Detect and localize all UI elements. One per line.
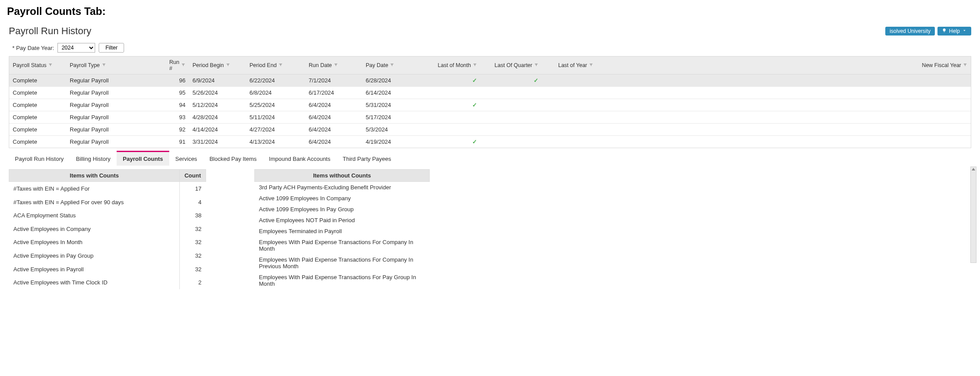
list-item[interactable]: #Taxes with EIN = Applied For17 [9, 182, 206, 195]
table-row[interactable]: CompleteRegular Payroll966/9/20246/22/20… [9, 74, 971, 87]
cell: 5/26/2024 [189, 87, 246, 99]
filter-icon[interactable] [589, 62, 593, 68]
pay-date-year-select[interactable]: 2024 [57, 43, 95, 53]
check-icon: ✓ [472, 102, 477, 108]
tab-services[interactable]: Services [169, 151, 203, 166]
list-item[interactable]: Active 1099 Employees In Company [255, 193, 430, 204]
list-item[interactable]: Active Employees in Payroll32 [9, 262, 206, 276]
list-item[interactable]: Active Employees in Company32 [9, 222, 206, 236]
list-item[interactable]: Active Employees NOT Paid in Period [255, 215, 430, 226]
filter-icon[interactable] [334, 62, 338, 68]
tab-third-party-payees[interactable]: Third Party Payees [336, 151, 397, 166]
counts-header-item: Items with Counts [9, 170, 180, 182]
list-item[interactable]: Employees With Paid Expense Transactions… [255, 254, 430, 272]
col-header-pay-date[interactable]: Pay Date [362, 57, 415, 74]
cell [597, 99, 971, 111]
count-item-label: Active Employees with Time Clock ID [9, 276, 180, 289]
cell: 3/31/2024 [189, 136, 246, 148]
col-header-status[interactable]: Payroll Status [9, 57, 66, 74]
isolved-university-button[interactable]: isolved University [885, 27, 935, 35]
cell: ✓ [481, 74, 542, 86]
col-header-ly-label: Last of Year [558, 62, 587, 68]
tab-billing-history[interactable]: Billing History [70, 151, 117, 166]
tab-payroll-counts[interactable]: Payroll Counts [117, 151, 169, 166]
cell: 93 [167, 111, 189, 123]
cell: 7/1/2024 [305, 74, 362, 86]
filter-icon[interactable] [963, 62, 967, 68]
list-item[interactable]: Active Employees In Month32 [9, 236, 206, 249]
tab-blocked-pay-items[interactable]: Blocked Pay Items [203, 151, 263, 166]
cell: Complete [9, 124, 66, 135]
filter-icon[interactable] [102, 62, 106, 68]
col-header-last-quarter[interactable]: Last Of Quarter [481, 57, 542, 74]
cell [597, 74, 971, 86]
count-item-value: 32 [180, 249, 206, 262]
tab-payroll-run-history[interactable]: Payroll Run History [9, 151, 70, 166]
cell: 5/12/2024 [189, 99, 246, 111]
filter-icon[interactable] [390, 62, 394, 68]
cell: 6/28/2024 [362, 74, 415, 86]
filter-icon[interactable] [278, 62, 283, 68]
cell: Regular Payroll [66, 99, 167, 111]
col-header-period-end[interactable]: Period End [246, 57, 305, 74]
filter-icon[interactable] [534, 62, 538, 68]
nocount-item-label: Employees With Paid Expense Transactions… [255, 237, 430, 254]
cell [542, 87, 597, 99]
table-row[interactable]: CompleteRegular Payroll955/26/20246/8/20… [9, 87, 971, 99]
col-header-period-begin[interactable]: Period Begin [189, 57, 246, 74]
col-header-type[interactable]: Payroll Type [66, 57, 167, 74]
caret-down-icon [962, 28, 967, 34]
list-item[interactable]: #Taxes with EIN = Applied For over 90 da… [9, 195, 206, 209]
list-item[interactable]: Employees Terminated in Payroll [255, 226, 430, 237]
list-item[interactable]: Active Employees in Pay Group32 [9, 249, 206, 262]
pay-date-year-label: * Pay Date Year: [12, 45, 54, 51]
help-button[interactable]: Help [937, 27, 971, 35]
col-header-rd-label: Run Date [309, 62, 332, 68]
filter-icon[interactable] [181, 62, 185, 68]
lightbulb-icon [942, 28, 947, 34]
cell [481, 124, 542, 135]
payroll-run-grid: Payroll Status Payroll Type Run # Period… [9, 56, 971, 148]
list-item[interactable]: Employees With Paid Expense Transactions… [255, 272, 430, 289]
cell: 4/14/2024 [189, 124, 246, 135]
list-item[interactable]: Active Employees with Time Clock ID2 [9, 276, 206, 289]
list-item[interactable]: 3rd Party ACH Payments-Excluding Benefit… [255, 182, 430, 193]
table-row[interactable]: CompleteRegular Payroll934/28/20245/11/2… [9, 111, 971, 124]
col-header-new-fiscal[interactable]: New Fiscal Year [597, 57, 971, 74]
list-item[interactable]: Active 1099 Employees In Pay Group [255, 204, 430, 215]
list-item[interactable]: Employees With Paid Expense Transactions… [255, 237, 430, 254]
cell: ✓ [415, 74, 481, 86]
cell [542, 111, 597, 123]
cell: 6/14/2024 [362, 87, 415, 99]
list-item[interactable]: ACA Employment Status38 [9, 209, 206, 222]
scrollbar[interactable] [970, 167, 976, 263]
col-header-lm-label: Last of Month [438, 62, 471, 68]
check-icon: ✓ [472, 77, 477, 84]
col-header-run-date[interactable]: Run Date [305, 57, 362, 74]
col-header-last-year[interactable]: Last of Year [542, 57, 597, 74]
count-item-value: 17 [180, 182, 206, 195]
count-item-value: 4 [180, 195, 206, 209]
nocount-item-label: Active Employees NOT Paid in Period [255, 215, 430, 226]
count-item-value: 38 [180, 209, 206, 222]
col-header-run[interactable]: Run # [167, 57, 189, 74]
col-header-last-month[interactable]: Last of Month [415, 57, 481, 74]
cell: 6/8/2024 [246, 87, 305, 99]
table-row[interactable]: CompleteRegular Payroll913/31/20244/13/2… [9, 136, 971, 148]
counts-header-count: Count [180, 170, 206, 182]
tab-impound-bank-accounts[interactable]: Impound Bank Accounts [263, 151, 336, 166]
filter-icon[interactable] [48, 62, 53, 68]
cell: 6/4/2024 [305, 99, 362, 111]
table-row[interactable]: CompleteRegular Payroll945/12/20245/25/2… [9, 99, 971, 111]
filter-button[interactable]: Filter [99, 43, 124, 53]
table-row[interactable]: CompleteRegular Payroll924/14/20244/27/2… [9, 124, 971, 136]
cell [542, 124, 597, 135]
detail-tabs: Payroll Run HistoryBilling HistoryPayrol… [9, 151, 971, 166]
cell [597, 111, 971, 123]
cell [542, 136, 597, 148]
cell: Regular Payroll [66, 87, 167, 99]
cell: Complete [9, 87, 66, 99]
filter-icon[interactable] [473, 62, 477, 68]
nocount-item-label: 3rd Party ACH Payments-Excluding Benefit… [255, 182, 430, 193]
filter-icon[interactable] [226, 62, 230, 68]
